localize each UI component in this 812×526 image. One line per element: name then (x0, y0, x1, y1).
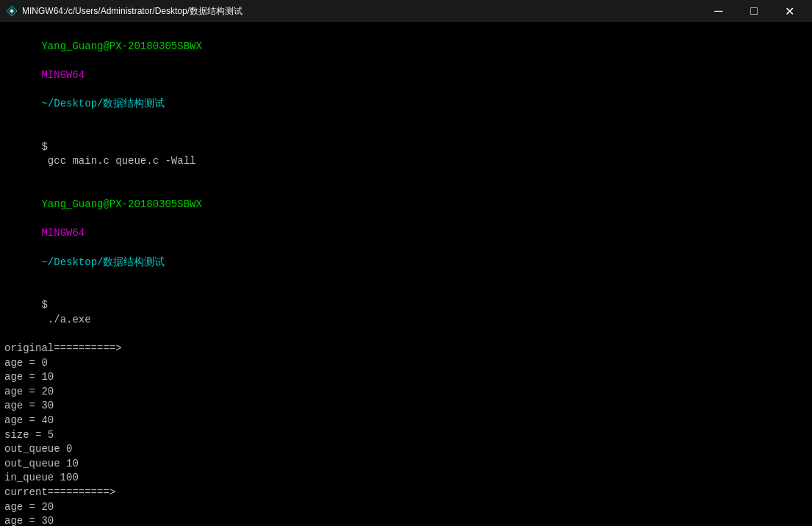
title-bar-buttons: ─ □ ✕ (702, 0, 806, 22)
output-line-4: age = 30 (4, 399, 808, 414)
prompt2-path: ~/Desktop/数据结构测试 (41, 256, 165, 268)
output-line-12: age = 30 (4, 514, 808, 526)
app-icon (6, 5, 18, 17)
svg-point-2 (10, 10, 13, 12)
output-line-3: age = 20 (4, 385, 808, 400)
prompt1-path: ~/Desktop/数据结构测试 (41, 98, 165, 109)
cmd1-text: gcc main.c queue.c -Wall (41, 155, 195, 167)
output-line-0: original==========> (4, 342, 808, 356)
title-bar-left: MINGW64:/c/Users/Administrator/Desktop/数… (6, 5, 242, 18)
prompt-line-2: Yang_Guang@PX-20180305SBWX MINGW64 ~/Des… (4, 184, 808, 284)
cmd-line-2: $ ./a.exe (4, 284, 808, 342)
output-line-2: age = 10 (4, 370, 808, 385)
cmd2-text: ./a.exe (41, 314, 90, 325)
output-line-1: age = 0 (4, 356, 808, 371)
close-button[interactable]: ✕ (772, 0, 806, 22)
output-line-9: in_queue 100 (4, 471, 808, 486)
maximize-button[interactable]: □ (737, 0, 771, 22)
prompt1-mingw: MINGW64 (41, 69, 85, 81)
prompt2-user: Yang_Guang@PX-20180305SBWX (41, 198, 201, 210)
output-container: original==========>age = 0age = 10age = … (4, 342, 808, 526)
prompt-line-1: Yang_Guang@PX-20180305SBWX MINGW64 ~/Des… (4, 25, 808, 126)
output-line-11: age = 20 (4, 500, 808, 515)
output-line-8: out_queue 10 (4, 457, 808, 472)
prompt2-mingw: MINGW64 (41, 227, 85, 239)
prompt1-user: Yang_Guang@PX-20180305SBWX (41, 40, 201, 52)
output-line-6: size = 5 (4, 428, 808, 443)
output-line-5: age = 40 (4, 414, 808, 428)
output-line-7: out_queue 0 (4, 442, 808, 457)
cmd-line-1: $ gcc main.c queue.c -Wall (4, 126, 808, 183)
title-bar: MINGW64:/c/Users/Administrator/Desktop/数… (0, 0, 812, 22)
window: MINGW64:/c/Users/Administrator/Desktop/数… (0, 0, 812, 526)
output-line-10: current==========> (4, 486, 808, 500)
window-title: MINGW64:/c/Users/Administrator/Desktop/数… (22, 5, 242, 18)
terminal-content[interactable]: Yang_Guang@PX-20180305SBWX MINGW64 ~/Des… (0, 22, 812, 526)
minimize-button[interactable]: ─ (702, 0, 736, 22)
